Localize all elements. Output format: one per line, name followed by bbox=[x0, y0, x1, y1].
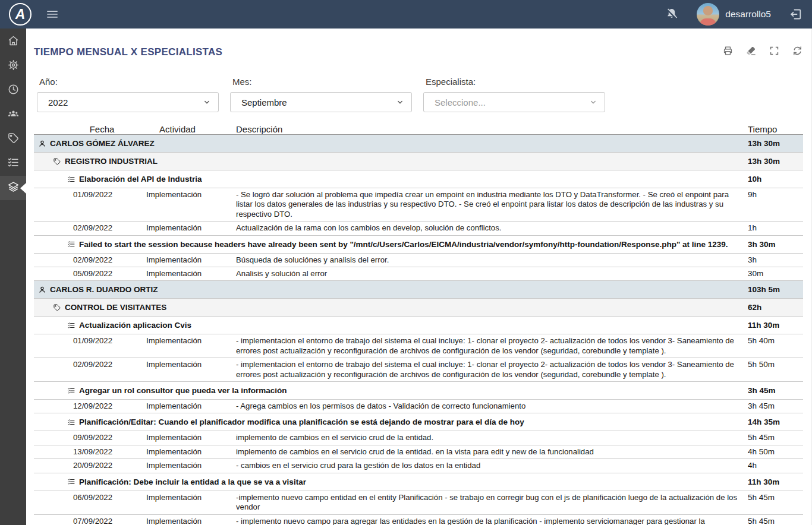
table-row-entry: 02/09/2022Implementación- implementacion… bbox=[34, 358, 803, 382]
sidebar-item-tag[interactable] bbox=[0, 127, 26, 151]
specialist-select-placeholder: Seleccione... bbox=[435, 97, 589, 107]
entry-activity: Implementación bbox=[143, 493, 236, 513]
sidebar-item-gear[interactable] bbox=[0, 54, 26, 78]
month-select[interactable]: Septiembre bbox=[230, 92, 412, 112]
task-name: Failed to start the session because head… bbox=[79, 240, 728, 249]
checklist-icon bbox=[67, 387, 75, 395]
sidebar-item-home[interactable] bbox=[0, 30, 26, 54]
checklist-icon bbox=[7, 156, 20, 171]
specialist-name: CARLOS GÓMEZ ÁLVAREZ bbox=[50, 139, 155, 148]
entry-time: 5h 45m bbox=[748, 517, 803, 525]
table-row-specialist: CARLOS GÓMEZ ÁLVAREZ13h 30m bbox=[34, 135, 803, 153]
table-row-task: Planificación: Debe incluir la entidad a… bbox=[34, 473, 803, 491]
tag-icon bbox=[7, 132, 20, 147]
entry-description: implemento de cambios en el servicio cru… bbox=[236, 433, 748, 442]
specialist-name: CARLOS R. DUARDO ORTIZ bbox=[50, 285, 158, 294]
print-button[interactable] bbox=[722, 45, 734, 56]
entry-time: 3h bbox=[748, 255, 803, 265]
chevron-down-icon bbox=[203, 98, 211, 106]
entry-date: 09/09/2022 bbox=[73, 433, 143, 442]
checklist-icon bbox=[67, 240, 75, 248]
header-descripcion: Descripción bbox=[236, 124, 748, 134]
specialist-select[interactable]: Seleccione... bbox=[423, 92, 605, 112]
entry-description: - implementacion el entorno de trabajo d… bbox=[236, 360, 748, 379]
entry-time: 5h 50m bbox=[748, 360, 803, 379]
tag-icon bbox=[53, 303, 61, 312]
toolbar bbox=[722, 45, 803, 56]
year-select[interactable]: 2022 bbox=[37, 92, 219, 112]
entry-description: - Agrega cambios en los permisos de dato… bbox=[236, 401, 748, 411]
app-logo-letter: A bbox=[15, 7, 26, 23]
project-name: CONTROL DE VISITANTES bbox=[65, 303, 166, 312]
entry-activity: Implementación bbox=[143, 269, 236, 279]
eraser-button[interactable] bbox=[745, 45, 757, 56]
avatar[interactable] bbox=[697, 3, 719, 26]
header-actividad: Actividad bbox=[143, 124, 236, 134]
fullscreen-button[interactable] bbox=[769, 45, 780, 56]
table-row-task: Actualización aplicacion Cvis11h 30m bbox=[34, 317, 803, 334]
table-row-entry: 09/09/2022Implementaciónimplemento de ca… bbox=[34, 431, 803, 445]
table-row-specialist: CARLOS R. DUARDO ORTIZ103h 5m bbox=[34, 281, 803, 299]
gear-icon bbox=[7, 59, 20, 74]
entry-date: 01/09/2022 bbox=[73, 190, 143, 219]
project-time: 62h bbox=[748, 303, 803, 312]
entry-activity: Implementación bbox=[143, 336, 236, 356]
clock-icon bbox=[7, 83, 20, 98]
table-row-task: Elaboración del API de Industria10h bbox=[34, 170, 803, 188]
hamburger-menu-button[interactable] bbox=[45, 7, 60, 22]
entry-description: - cambios en el servicio crud para la ge… bbox=[236, 461, 748, 470]
entry-activity: Implementación bbox=[143, 190, 236, 219]
table-row-project: REGISTRO INDUSTRIAL13h 30m bbox=[34, 153, 803, 170]
checklist-icon bbox=[67, 477, 75, 486]
task-name: Actualización aplicacion Cvis bbox=[79, 321, 191, 330]
entry-activity: Implementación bbox=[143, 517, 236, 525]
home-icon bbox=[7, 34, 20, 49]
entry-description: Búsqueda de soluciónes y analisis del er… bbox=[236, 255, 748, 265]
entry-date: 20/09/2022 bbox=[73, 461, 143, 470]
entry-description: implemento de cambios en el servicio cru… bbox=[236, 447, 748, 457]
app-logo[interactable]: A bbox=[9, 3, 32, 26]
sidebar-item-checklist[interactable] bbox=[0, 151, 26, 176]
specialist-label: Especialista: bbox=[423, 77, 605, 87]
year-label: Año: bbox=[37, 77, 219, 87]
entry-time: 3h 45m bbox=[748, 401, 803, 411]
entry-date: 12/09/2022 bbox=[73, 401, 143, 411]
project-time: 13h 30m bbox=[748, 157, 803, 166]
sidebar-item-clock[interactable] bbox=[0, 78, 26, 103]
logout-icon[interactable] bbox=[789, 7, 803, 21]
sidebar-item-layers[interactable] bbox=[0, 176, 26, 200]
task-name: Agregar un rol consultor que pueda ver l… bbox=[79, 386, 287, 395]
entry-activity: Implementación bbox=[143, 447, 236, 457]
entry-description: Actualización de la rama con los cambios… bbox=[236, 223, 748, 233]
entry-time: 5h 45m bbox=[748, 493, 803, 513]
task-time: 14h 35m bbox=[748, 418, 803, 426]
chevron-down-icon bbox=[589, 98, 597, 106]
entry-date: 05/09/2022 bbox=[73, 269, 143, 279]
entry-activity: Implementación bbox=[143, 461, 236, 470]
table-row-project: CONTROL DE VISITANTES62h bbox=[34, 299, 803, 317]
username[interactable]: desarrollo5 bbox=[725, 9, 771, 20]
table-row-task: Failed to start the session because head… bbox=[34, 236, 803, 254]
entry-activity: Implementación bbox=[143, 401, 236, 411]
sidebar bbox=[0, 29, 26, 525]
entry-activity: Implementación bbox=[143, 223, 236, 233]
layers-icon bbox=[7, 181, 20, 195]
notifications-muted-icon[interactable] bbox=[665, 7, 679, 21]
entry-date: 02/09/2022 bbox=[73, 255, 143, 265]
entry-activity: Implementación bbox=[143, 433, 236, 442]
entry-description: - Se logró dar solución al problema que … bbox=[236, 190, 748, 219]
entry-description: - implementacion el entorno de trabajo d… bbox=[236, 336, 748, 356]
checklist-icon bbox=[67, 418, 75, 426]
header-tiempo: Tiempo bbox=[748, 124, 803, 134]
entry-description: -implemento nuevo campo entidad en el en… bbox=[236, 493, 748, 513]
fullscreen-icon bbox=[769, 49, 780, 58]
checklist-icon bbox=[67, 321, 75, 330]
users-icon bbox=[7, 107, 20, 122]
table-row-entry: 01/09/2022Implementación- implementacion… bbox=[34, 334, 803, 358]
refresh-button[interactable] bbox=[792, 45, 803, 56]
sidebar-item-users[interactable] bbox=[0, 103, 26, 127]
task-name: Elaboración del API de Industria bbox=[79, 175, 202, 184]
header-fecha: Fecha bbox=[73, 124, 143, 134]
task-time: 11h 30m bbox=[748, 477, 803, 486]
task-name: Planificación: Debe incluir la entidad a… bbox=[79, 477, 306, 486]
